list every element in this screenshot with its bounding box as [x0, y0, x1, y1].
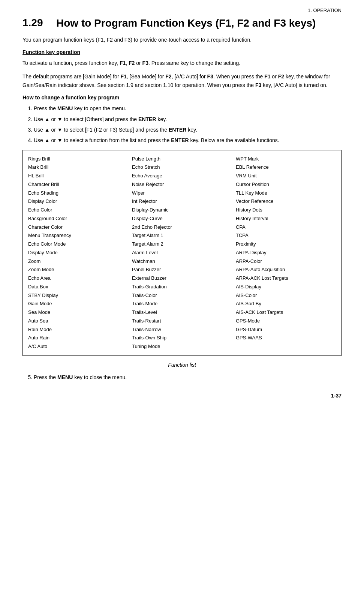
change-program-heading: How to change a function key program [22, 94, 342, 100]
list-item: HL Brill [28, 172, 128, 180]
list-item: Background Color [28, 214, 128, 223]
function-col-3: WPT MarkEBL ReferenceVRM UnitCursor Posi… [236, 155, 336, 351]
list-item: Tuning Mode [132, 342, 232, 351]
list-item: Cursor Position [236, 180, 336, 189]
list-item: Echo Color [28, 206, 128, 214]
list-item: History Dots [236, 206, 336, 214]
step-1: Press the MENU key to open the menu. [34, 104, 342, 112]
section-title: How to Program Function Keys (F1, F2 and… [56, 17, 316, 30]
list-item: Data Box [28, 283, 128, 291]
function-table-inner: Rings BrillMark BrillHL BrillCharacter B… [28, 155, 336, 351]
list-item: Wiper [132, 189, 232, 198]
list-item: Trails-Mode [132, 300, 232, 308]
fko-para1: To activate a function, press function k… [22, 59, 342, 67]
list-item: STBY Display [28, 291, 128, 300]
table-caption: Function list [22, 362, 342, 368]
step-4: Use ▲ or ▼ to select a function from the… [34, 136, 342, 144]
list-item: Panel Buzzer [132, 266, 232, 274]
list-item: TLL Key Mode [236, 189, 336, 198]
function-col-2: Pulse LengthEcho StretchEcho AverageNois… [132, 155, 232, 351]
list-item: Auto Rain [28, 334, 128, 342]
list-item: GPS-Datum [236, 326, 336, 334]
list-item: Character Color [28, 223, 128, 232]
list-item: Echo Shading [28, 189, 128, 198]
section-title-wrapper: 1.29 How to Program Function Keys (F1, F… [22, 17, 342, 30]
list-item: CPA [236, 223, 336, 232]
list-item: Sea Mode [28, 308, 128, 317]
list-item: Noise Rejector [132, 180, 232, 189]
list-item: Echo Average [132, 172, 232, 180]
list-item: Echo Area [28, 274, 128, 283]
list-item: ARPA-Display [236, 249, 336, 257]
list-item: A/C Auto [28, 342, 128, 351]
steps-list: Press the MENU key to open the menu. Use… [22, 104, 342, 145]
list-item: Display-Dynamic [132, 206, 232, 214]
list-item: AIS-Display [236, 283, 336, 291]
list-item: Int Rejector [132, 197, 232, 206]
list-item: Trails-Color [132, 291, 232, 300]
page-header: 1. OPERATION [22, 8, 342, 13]
list-item: External Buzzer [132, 274, 232, 283]
list-item: Watchman [132, 257, 232, 266]
list-item: ARPA-ACK Lost Targets [236, 274, 336, 283]
list-item: AIS-Sort By [236, 300, 336, 308]
list-item: Alarm Level [132, 249, 232, 257]
list-item: Trails-Level [132, 308, 232, 317]
step-5: Press the MENU key to close the menu. [34, 373, 342, 381]
list-item: Echo Stretch [132, 163, 232, 172]
list-item: Display Color [28, 197, 128, 206]
list-item: Pulse Length [132, 155, 232, 164]
function-key-operation-heading: Function key operation [22, 49, 342, 55]
list-item: Zoom Mode [28, 266, 128, 274]
list-item: Mark Brill [28, 163, 128, 172]
list-item: Trails-Gradation [132, 283, 232, 291]
list-item: GPS-Mode [236, 317, 336, 326]
list-item: GPS-WAAS [236, 334, 336, 342]
list-item: Trails-Narrow [132, 326, 232, 334]
fko-para2: The default programs are [Gain Mode] for… [22, 72, 342, 89]
list-item: Rings Brill [28, 155, 128, 164]
list-item: Menu Transparency [28, 231, 128, 240]
list-item: Proximity [236, 240, 336, 249]
list-item: ARPA-Auto Acquisition [236, 266, 336, 274]
list-item: Display Mode [28, 249, 128, 257]
list-item: Display-Curve [132, 214, 232, 223]
list-item: Echo Color Mode [28, 240, 128, 249]
chapter-label: 1. OPERATION [308, 8, 342, 13]
list-item: AIS-ACK Lost Targets [236, 308, 336, 317]
list-item: Trails-Own Ship [132, 334, 232, 342]
step-2: Use ▲ or ▼ to select [Others] and press … [34, 115, 342, 123]
list-item: Character Brill [28, 180, 128, 189]
step-3: Use ▲ or ▼ to select [F1 (F2 or F3) Setu… [34, 126, 342, 134]
list-item: WPT Mark [236, 155, 336, 164]
list-item: Auto Sea [28, 317, 128, 326]
function-col-1: Rings BrillMark BrillHL BrillCharacter B… [28, 155, 128, 351]
list-item: Gain Mode [28, 300, 128, 308]
list-item: History Interval [236, 214, 336, 223]
intro-paragraph: You can program function keys (F1, F2 an… [22, 36, 342, 44]
step5-wrapper: Press the MENU key to close the menu. [22, 373, 342, 381]
list-item: 2nd Echo Rejector [132, 223, 232, 232]
list-item: Zoom [28, 257, 128, 266]
page-number: 1-37 [22, 393, 342, 399]
list-item: Rain Mode [28, 326, 128, 334]
list-item: ARPA-Color [236, 257, 336, 266]
list-item: TCPA [236, 231, 336, 240]
list-item: EBL Reference [236, 163, 336, 172]
function-table: Rings BrillMark BrillHL BrillCharacter B… [22, 150, 342, 356]
section-number: 1.29 [22, 17, 49, 29]
list-item: VRM Unit [236, 172, 336, 180]
list-item: AIS-Color [236, 291, 336, 300]
list-item: Target Alarm 1 [132, 231, 232, 240]
list-item: Vector Reference [236, 197, 336, 206]
list-item: Trails-Restart [132, 317, 232, 326]
list-item: Target Alarm 2 [132, 240, 232, 249]
